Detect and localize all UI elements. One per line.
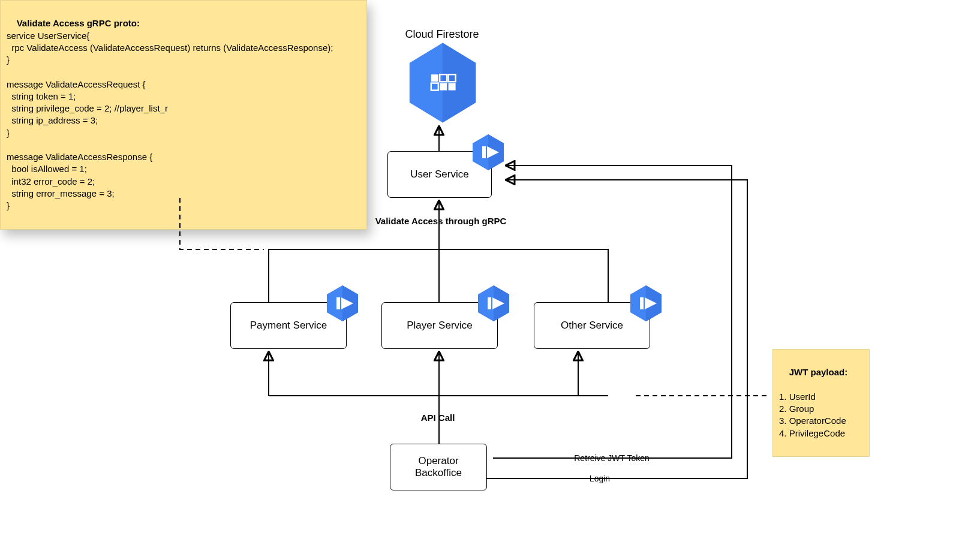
- node-player-service-label: Player Service: [407, 320, 473, 332]
- note-jwt-title: JWT payload:: [789, 367, 848, 377]
- firestore-hex-icon: [407, 41, 479, 125]
- note-proto-title: Validate Access gRPC proto:: [17, 18, 140, 28]
- edge-label-validate-grpc: Validate Access through gRPC: [336, 216, 546, 226]
- node-operator-backoffice-label: Operator Backoffice: [415, 455, 462, 480]
- cloud-run-icon: [629, 284, 663, 323]
- note-jwt-payload: JWT payload: 1. UserId 2. Group 3. Opera…: [772, 349, 870, 457]
- svg-rect-6: [440, 83, 447, 91]
- svg-rect-2: [431, 74, 438, 82]
- cloud-run-icon: [477, 284, 510, 323]
- note-validate-access-proto: Validate Access gRPC proto: service User…: [0, 0, 367, 230]
- note-jwt-body: 1. UserId 2. Group 3. OperatorCode 4. Pr…: [779, 392, 846, 438]
- edge-label-api-call: API Call: [396, 413, 480, 423]
- node-operator-backoffice: Operator Backoffice: [390, 444, 487, 490]
- cloud-run-icon: [326, 284, 359, 323]
- svg-rect-7: [449, 83, 456, 91]
- label-cloud-firestore: Cloud Firestore: [385, 28, 499, 41]
- edge-label-retrieve-jwt: Retreive JWT Token: [564, 453, 660, 463]
- cloud-run-icon: [471, 133, 505, 171]
- note-proto-body: service UserService{ rpc ValidateAccess …: [7, 31, 333, 211]
- node-payment-service-label: Payment Service: [250, 320, 327, 332]
- svg-marker-1: [443, 43, 476, 122]
- node-user-service-label: User Service: [410, 168, 468, 180]
- node-other-service-label: Other Service: [561, 320, 623, 332]
- edge-label-login: Login: [576, 474, 624, 483]
